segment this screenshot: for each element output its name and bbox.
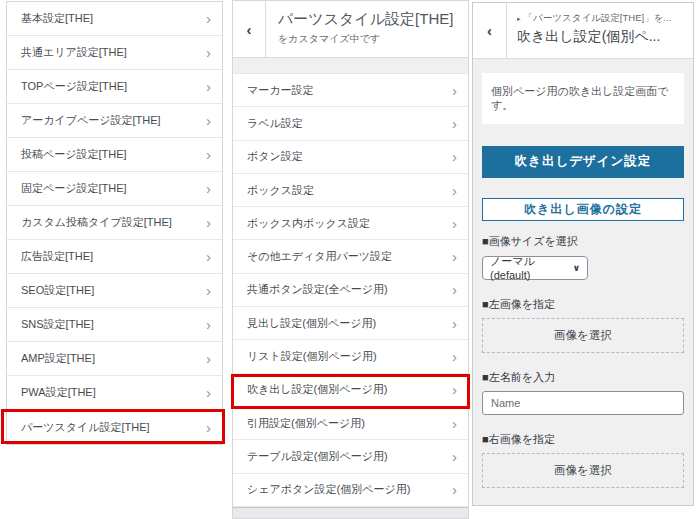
panel-title: パーツスタイル設定[THE]: [278, 10, 453, 29]
chevron-right-icon: ›: [452, 83, 457, 98]
item-label: 共通エリア設定[THE]: [21, 45, 127, 60]
item-label: カスタム投稿タイプ設定[THE]: [21, 215, 172, 230]
sidebar-item-parts-style-settings[interactable]: パーツスタイル設定[THE] ›: [7, 410, 222, 444]
chevron-right-icon: ›: [206, 283, 211, 298]
panel-title-block: パーツスタイル設定[THE] をカスタマイズ中です: [266, 1, 461, 57]
section-item-heading-settings[interactable]: 見出し設定(個別ページ用) ›: [233, 307, 468, 340]
chevron-right-icon: ›: [206, 45, 211, 60]
section-item-table-settings[interactable]: テーブル設定(個別ページ用) ›: [233, 440, 468, 473]
sidebar-item-sns-settings[interactable]: SNS設定[THE] ›: [7, 308, 222, 342]
chevron-right-icon: ›: [206, 215, 211, 230]
bubble-image-settings-button[interactable]: 吹き出し画像の設定: [482, 198, 684, 221]
parts-style-settings-panel: ‹ パーツスタイル設定[THE] をカスタマイズ中です マーカー設定 › ラベル…: [232, 0, 469, 519]
breadcrumb-text: 「パーツスタイル設定[THE]」を...: [524, 12, 672, 25]
chevron-right-icon: ›: [452, 216, 457, 231]
chevron-right-icon: ›: [206, 11, 211, 26]
image-size-label: ■画像サイズを選択: [482, 234, 684, 249]
left-name-input[interactable]: [482, 391, 684, 415]
right-image-label: ■右画像を指定: [482, 432, 684, 447]
header-spacer: [233, 58, 468, 74]
item-label: SEO設定[THE]: [21, 283, 94, 298]
sidebar-item-amp-settings[interactable]: AMP設定[THE] ›: [7, 342, 222, 376]
chevron-right-icon: ›: [206, 181, 211, 196]
section-item-marker-settings[interactable]: マーカー設定 ›: [233, 74, 468, 107]
chevron-right-icon: ›: [452, 116, 457, 131]
item-label: アーカイブページ設定[THE]: [21, 113, 161, 128]
item-label: その他エディタ用パーツ設定: [247, 249, 392, 264]
left-image-label: ■左画像を指定: [482, 297, 684, 312]
section-item-common-button-settings[interactable]: 共通ボタン設定(全ページ用) ›: [233, 274, 468, 307]
bubble-design-settings-button[interactable]: 吹き出しデザイン設定: [482, 146, 684, 178]
sidebar-item-top-page-settings[interactable]: TOPページ設定[THE] ›: [7, 70, 222, 104]
chevron-right-icon: ›: [452, 382, 457, 397]
item-label: 投稿ページ設定[THE]: [21, 147, 127, 162]
image-size-select[interactable]: ノーマル(default) ∨: [482, 256, 588, 280]
section-item-box-in-box-settings[interactable]: ボックス内ボックス設定 ›: [233, 207, 468, 240]
item-label: 共通ボタン設定(全ページ用): [247, 282, 388, 297]
section-header: ‹ ▸ 「パーツスタイル設定[THE]」を... 吹き出し設定(個別ペ...: [473, 3, 693, 59]
section-item-share-button-settings[interactable]: シェアボタン設定(個別ページ用) ›: [233, 474, 468, 507]
section-description: 個別ページ用の吹き出し設定画面です。: [482, 73, 684, 124]
breadcrumb-arrow-icon: ▸: [517, 15, 521, 23]
sidebar-item-common-area-settings[interactable]: 共通エリア設定[THE] ›: [7, 36, 222, 70]
select-chevron-down-icon: ∨: [573, 263, 580, 273]
sidebar-item-pwa-settings[interactable]: PWA設定[THE] ›: [7, 376, 222, 410]
item-label: PWA設定[THE]: [21, 385, 96, 400]
section-item-box-settings[interactable]: ボックス設定 ›: [233, 174, 468, 207]
section-item-label-settings[interactable]: ラベル設定 ›: [233, 107, 468, 140]
item-label: 見出し設定(個別ページ用): [247, 316, 376, 331]
chevron-right-icon: ›: [206, 317, 211, 332]
sidebar-item-custom-post-type-settings[interactable]: カスタム投稿タイプ設定[THE] ›: [7, 206, 222, 240]
chevron-right-icon: ›: [206, 79, 211, 94]
chevron-right-icon: ›: [452, 349, 457, 364]
chevron-right-icon: ›: [452, 416, 457, 431]
chevron-right-icon: ›: [206, 420, 211, 435]
item-label: 吹き出し設定(個別ページ用): [247, 382, 387, 397]
speech-bubble-settings-panel: ‹ ▸ 「パーツスタイル設定[THE]」を... 吹き出し設定(個別ペ... 個…: [472, 2, 694, 506]
section-title-block: ▸ 「パーツスタイル設定[THE]」を... 吹き出し設定(個別ペ...: [507, 3, 693, 58]
customizer-root-menu: 基本設定[THE] › 共通エリア設定[THE] › TOPページ設定[THE]…: [6, 1, 223, 445]
right-image-select-button[interactable]: 画像を選択: [482, 453, 684, 488]
image-size-selected-value: ノーマル(default): [490, 254, 573, 281]
section-item-button-settings[interactable]: ボタン設定 ›: [233, 141, 468, 174]
sidebar-item-ad-settings[interactable]: 広告設定[THE] ›: [7, 240, 222, 274]
sidebar-item-basic-settings[interactable]: 基本設定[THE] ›: [7, 2, 222, 36]
item-label: TOPページ設定[THE]: [21, 79, 127, 94]
section-item-quote-settings[interactable]: 引用設定(個別ページ用) ›: [233, 407, 468, 440]
sidebar-item-archive-page-settings[interactable]: アーカイブページ設定[THE] ›: [7, 104, 222, 138]
item-label: リスト設定(個別ページ用): [247, 349, 377, 364]
sidebar-item-seo-settings[interactable]: SEO設定[THE] ›: [7, 274, 222, 308]
chevron-right-icon: ›: [206, 113, 211, 128]
item-label: 広告設定[THE]: [21, 249, 93, 264]
chevron-right-icon: ›: [452, 449, 457, 464]
back-icon: ‹: [487, 22, 492, 39]
chevron-right-icon: ›: [452, 282, 457, 297]
back-icon: ‹: [247, 21, 252, 38]
item-label: ボックス設定: [247, 183, 314, 198]
chevron-right-icon: ›: [206, 249, 211, 264]
item-label: シェアボタン設定(個別ページ用): [247, 482, 410, 497]
left-image-select-button[interactable]: 画像を選択: [482, 318, 684, 353]
chevron-right-icon: ›: [206, 147, 211, 162]
left-name-label: ■左名前を入力: [482, 370, 684, 385]
item-label: 固定ページ設定[THE]: [21, 181, 127, 196]
chevron-right-icon: ›: [452, 316, 457, 331]
chevron-right-icon: ›: [452, 183, 457, 198]
panel-subtitle: をカスタマイズ中です: [278, 32, 453, 46]
item-label: 引用設定(個別ページ用): [247, 416, 365, 431]
back-button[interactable]: ‹: [233, 1, 266, 57]
section-item-speech-bubble-settings[interactable]: 吹き出し設定(個別ページ用) ›: [233, 374, 468, 407]
sidebar-item-fixed-page-settings[interactable]: 固定ページ設定[THE] ›: [7, 172, 222, 206]
breadcrumb: ▸ 「パーツスタイル設定[THE]」を...: [517, 12, 687, 25]
item-label: マーカー設定: [247, 83, 314, 98]
item-label: SNS設定[THE]: [21, 317, 94, 332]
item-label: 基本設定[THE]: [21, 11, 93, 26]
section-item-other-editor-parts-settings[interactable]: その他エディタ用パーツ設定 ›: [233, 240, 468, 273]
sidebar-item-post-page-settings[interactable]: 投稿ページ設定[THE] ›: [7, 138, 222, 172]
item-label: AMP設定[THE]: [21, 351, 95, 366]
section-content: 個別ページ用の吹き出し設定画面です。 吹き出しデザイン設定 吹き出し画像の設定 …: [473, 59, 693, 505]
section-item-list-settings[interactable]: リスト設定(個別ページ用) ›: [233, 340, 468, 373]
chevron-right-icon: ›: [452, 149, 457, 164]
item-label: ラベル設定: [247, 116, 303, 131]
back-button[interactable]: ‹: [473, 3, 507, 58]
